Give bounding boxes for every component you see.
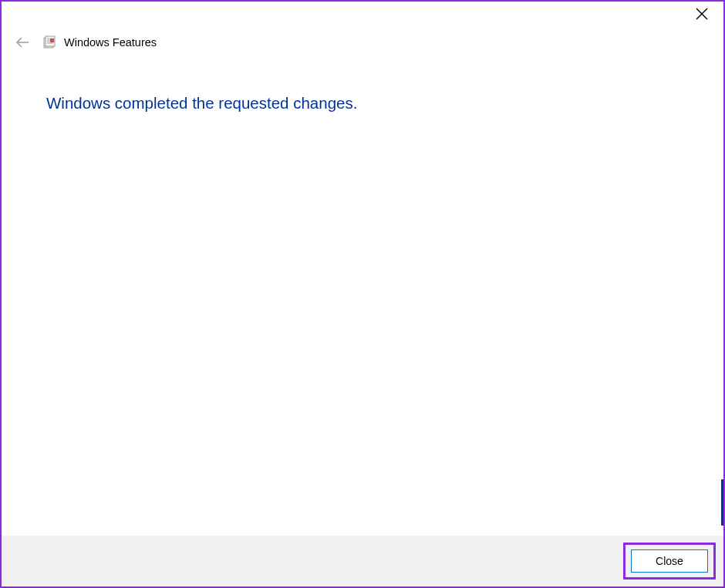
close-button[interactable]: Close	[631, 549, 708, 573]
close-button-highlight: Close	[623, 543, 716, 580]
titlebar	[2, 2, 723, 28]
svg-rect-5	[50, 39, 54, 42]
page-heading: Windows completed the requested changes.	[46, 94, 723, 113]
scrollbar-fragment	[721, 479, 723, 526]
back-arrow-icon[interactable]	[13, 33, 32, 52]
close-icon[interactable]	[694, 6, 710, 22]
header: Windows Features	[2, 29, 723, 55]
footer: Close	[2, 536, 723, 586]
windows-features-icon	[42, 35, 56, 49]
app-title: Windows Features	[64, 36, 157, 49]
